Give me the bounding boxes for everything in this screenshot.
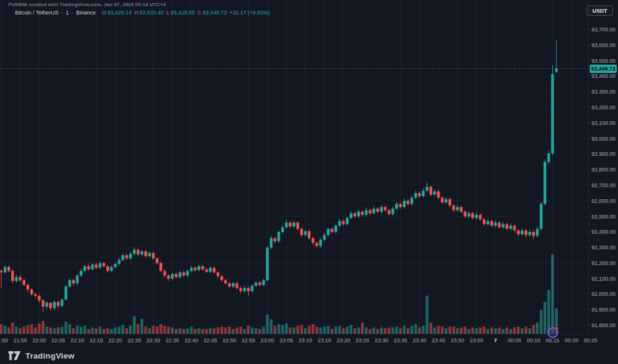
volume-bar <box>103 329 106 334</box>
candle-body <box>513 226 516 231</box>
volume-bar <box>547 290 550 334</box>
candle-body <box>68 280 71 286</box>
candle-body <box>255 283 258 286</box>
candle-body <box>72 280 75 283</box>
volume-bar <box>99 327 102 334</box>
time-axis-label: 23:30 <box>375 337 389 343</box>
volume-bar <box>106 328 109 334</box>
volume-bar <box>80 327 83 334</box>
volume-bar <box>126 328 129 334</box>
candle-body <box>88 266 91 269</box>
volume-bar <box>228 327 231 334</box>
candle-body <box>126 255 129 258</box>
candle-body <box>387 210 390 214</box>
symbol-legend[interactable]: Bitcoin / TetherUS - 1 - Binance O93,429… <box>15 10 271 16</box>
candle-body <box>38 296 41 301</box>
interval-value[interactable]: 1 <box>66 10 69 16</box>
candle-body <box>509 226 512 229</box>
time-axis-label: 23:10 <box>299 337 313 343</box>
candle-body <box>53 302 56 308</box>
candle-body <box>27 285 30 290</box>
volume-bar <box>468 329 471 334</box>
volume-bar <box>118 327 121 334</box>
volume-bar <box>551 254 554 334</box>
volume-bar <box>88 329 91 334</box>
volume-bar <box>399 328 402 334</box>
candle-body <box>152 253 155 258</box>
time-axis-label: 7 <box>494 337 497 343</box>
candle-body <box>110 267 113 270</box>
volume-bar <box>445 328 448 334</box>
volume-bar <box>486 329 489 334</box>
candle-body <box>190 268 193 271</box>
volume-bar <box>42 321 45 334</box>
candle-body <box>80 271 83 276</box>
tradingview-brand-text[interactable]: TradingView <box>25 351 74 360</box>
time-axis-label: 22:35 <box>165 337 179 343</box>
candle-body <box>179 272 182 277</box>
volume-bar <box>255 328 258 334</box>
candle-body <box>164 271 167 276</box>
candle-body <box>354 213 357 216</box>
volume-bar <box>331 329 334 334</box>
candle-body <box>544 162 547 204</box>
tradingview-logo-icon[interactable] <box>8 351 21 361</box>
volume-bar <box>452 327 455 334</box>
candle-body <box>42 301 45 307</box>
volume-bar <box>490 327 493 334</box>
volume-bar <box>156 327 159 334</box>
candle-body <box>45 303 48 307</box>
candle-body <box>285 223 288 228</box>
candle-body <box>171 274 174 279</box>
candle-body <box>95 264 98 267</box>
volume-bar <box>220 327 223 334</box>
volume-bar <box>304 328 307 334</box>
volume-bar <box>240 327 243 334</box>
volume-bar <box>521 328 524 334</box>
candle-body <box>99 263 102 268</box>
volume-bar <box>403 326 406 334</box>
candlestick-chart-canvas[interactable] <box>0 0 588 334</box>
price-axis-label: 93,100.00 <box>589 120 618 126</box>
volume-bar <box>517 327 520 334</box>
volume-bar <box>555 308 558 334</box>
candle-body <box>395 204 398 209</box>
volume-bar <box>308 326 311 334</box>
candle-body <box>331 229 334 232</box>
volume-bar <box>83 326 86 334</box>
candle-body <box>243 288 246 291</box>
volume-bar <box>475 328 478 334</box>
exchange-name: Binance <box>76 10 96 16</box>
candle-body <box>304 231 307 235</box>
candle-body <box>464 212 467 217</box>
candle-body <box>213 268 216 273</box>
candle-body <box>217 272 220 276</box>
time-axis-label: 23:35 <box>393 337 407 343</box>
candle-body <box>528 232 531 235</box>
time-axis[interactable]: 21:5021:5522:0022:0522:1022:1522:2022:25… <box>0 334 588 347</box>
high-label: H <box>135 10 139 16</box>
watermark-text: FUN898 created with TradingView.com, Jan… <box>8 2 166 7</box>
candle-body <box>342 221 345 224</box>
candle-body <box>486 221 489 224</box>
candle-body <box>410 198 413 204</box>
candle-body <box>468 213 471 216</box>
candle-body <box>159 263 162 271</box>
volume-bar <box>95 328 98 334</box>
volume-bar <box>148 328 151 334</box>
candle-body <box>232 283 235 286</box>
candle-body <box>293 223 296 226</box>
symbol-name[interactable]: Bitcoin / TetherUS <box>15 10 59 16</box>
volume-bar <box>532 325 535 334</box>
candle-body <box>399 204 402 207</box>
volume-bar <box>361 323 364 334</box>
candle-body <box>384 207 387 210</box>
candle-body <box>536 229 539 236</box>
volume-bar <box>380 327 383 334</box>
time-axis-label: 23:55 <box>470 337 483 343</box>
time-axis-label: 23:20 <box>337 337 351 343</box>
candle-body <box>103 263 106 266</box>
price-axis[interactable]: 93,449.73 93,700.0093,600.0093,500.0093,… <box>588 0 618 334</box>
price-axis-label: 93,400.00 <box>589 73 618 79</box>
candle-body <box>430 187 433 195</box>
